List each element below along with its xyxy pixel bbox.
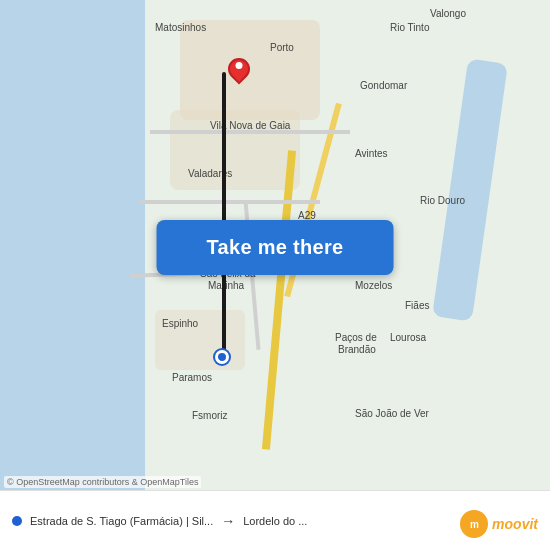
ocean-water [0, 0, 145, 490]
moovit-icon: m [460, 510, 488, 538]
moovit-brand-name: moovit [492, 516, 538, 532]
road-horizontal-2 [140, 200, 320, 204]
urban-gaia [170, 110, 300, 190]
origin-pin [215, 350, 229, 364]
take-me-there-button[interactable]: Take me there [157, 220, 394, 275]
route-line [222, 72, 226, 354]
map-attribution: © OpenStreetMap contributors & OpenMapTi… [4, 476, 201, 488]
route-destination-label: Lordelo do ... [243, 515, 307, 527]
destination-pin [228, 58, 250, 80]
moovit-logo: m moovit [460, 510, 538, 538]
bottom-bar: Estrada de S. Tiago (Farmácia) | Sil... … [0, 490, 550, 550]
road-horizontal-1 [150, 130, 350, 134]
route-info: Estrada de S. Tiago (Farmácia) | Sil... … [12, 513, 538, 529]
route-arrow-icon: → [221, 513, 235, 529]
map-view: MatosinhosPortoRio TintoValongoVila Nova… [0, 0, 550, 490]
route-origin-label: Estrada de S. Tiago (Farmácia) | Sil... [30, 515, 213, 527]
urban-espinho [155, 310, 245, 370]
svg-text:m: m [470, 519, 479, 530]
origin-dot [12, 516, 22, 526]
